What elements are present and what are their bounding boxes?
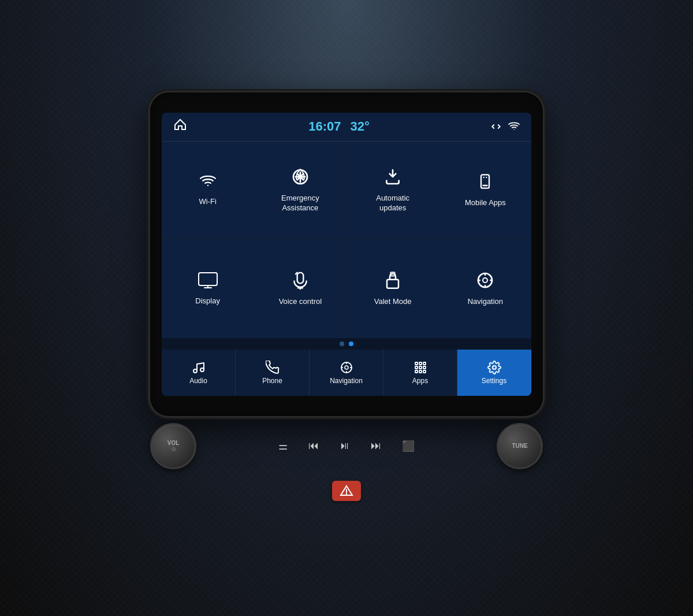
hazard-button[interactable] xyxy=(332,481,361,501)
screen: 16:07 32° xyxy=(162,113,531,396)
svg-rect-6 xyxy=(199,273,217,285)
settings-nav-label: Settings xyxy=(482,377,506,385)
automatic-updates-item[interactable]: Automaticupdates xyxy=(347,142,439,240)
prev-button[interactable]: ⏮ xyxy=(304,437,323,454)
valet-mode-item[interactable]: Valet Mode xyxy=(347,240,439,338)
audio-nav-icon xyxy=(192,361,206,374)
emergency-icon xyxy=(291,168,310,189)
audio-nav-label: Audio xyxy=(189,377,207,385)
main-settings-grid: Wi-Fi xyxy=(162,142,531,338)
page-indicator xyxy=(162,338,531,350)
phone-nav-icon xyxy=(266,361,280,374)
vol-knob[interactable]: VOL ⏻ xyxy=(150,423,196,469)
settings-nav-icon xyxy=(487,361,501,374)
svg-rect-22 xyxy=(419,370,422,373)
valet-mode-icon xyxy=(384,271,401,292)
clock-display: 16:07 xyxy=(308,119,341,134)
voice-control-label: Voice control xyxy=(279,297,322,307)
nav-apps[interactable]: Apps xyxy=(383,350,457,396)
nav-navigation[interactable]: Navigation xyxy=(310,350,383,396)
wifi-label: Wi-Fi xyxy=(199,197,216,207)
svg-rect-17 xyxy=(423,362,426,365)
navigation-nav-icon xyxy=(340,361,353,374)
signal-icon xyxy=(491,121,501,132)
hazard-area xyxy=(332,481,361,501)
screen-bezel: 16:07 32° xyxy=(150,92,543,416)
svg-point-10 xyxy=(483,278,487,283)
next-button[interactable]: ⏭ xyxy=(366,437,386,454)
nav-phone[interactable]: Phone xyxy=(236,350,310,396)
updates-icon xyxy=(383,168,402,189)
svg-rect-16 xyxy=(419,362,422,365)
mobile-apps-item[interactable]: Mobile Apps xyxy=(439,142,531,240)
display-item[interactable]: Display xyxy=(162,240,254,338)
controls-row: VOL ⏻ ⚌ ⏮ ⏯ ⏭ ⬛ TUNE xyxy=(150,423,543,469)
apps-nav-icon xyxy=(413,361,427,374)
voice-control-item[interactable]: Voice control xyxy=(254,240,346,338)
navigation-nav-label: Navigation xyxy=(330,377,363,385)
vol-label: VOL xyxy=(167,440,180,447)
tune-knob[interactable]: TUNE xyxy=(497,423,543,469)
hazard-icon xyxy=(340,485,353,496)
page-dot-2 xyxy=(349,342,353,346)
wifi-icon xyxy=(199,173,217,192)
valet-mode-label: Valet Mode xyxy=(374,297,412,307)
svg-rect-7 xyxy=(387,280,398,288)
apps-nav-label: Apps xyxy=(412,377,428,385)
display-label: Display xyxy=(195,296,220,306)
wifi-status-icon xyxy=(508,121,520,132)
mobile-apps-icon xyxy=(477,172,493,194)
temperature-display: 32° xyxy=(351,119,370,134)
svg-point-12 xyxy=(200,368,204,372)
svg-point-11 xyxy=(193,369,197,373)
svg-rect-15 xyxy=(415,362,418,365)
svg-point-14 xyxy=(345,366,348,369)
bottom-navigation: Audio Phone Navigation xyxy=(162,350,531,396)
media-controls: ⚌ ⏮ ⏯ ⏭ ⬛ xyxy=(196,423,497,469)
navigation-grid-icon xyxy=(476,271,494,292)
emergency-assistance-item[interactable]: EmergencyAssistance xyxy=(254,142,346,240)
svg-rect-19 xyxy=(419,366,422,369)
page-dot-1 xyxy=(340,342,344,346)
svg-rect-20 xyxy=(423,366,426,369)
svg-rect-23 xyxy=(423,370,426,373)
time-temp-display: 16:07 32° xyxy=(308,119,370,134)
navigation-grid-label: Navigation xyxy=(468,297,503,307)
screen-toggle-button[interactable]: ⬛ xyxy=(397,437,419,455)
nav-settings[interactable]: Settings xyxy=(457,350,531,396)
voice-control-icon xyxy=(291,271,310,292)
phone-nav-label: Phone xyxy=(262,377,282,385)
eq-button[interactable]: ⚌ xyxy=(274,437,292,455)
nav-audio[interactable]: Audio xyxy=(162,350,236,396)
emergency-label: EmergencyAssistance xyxy=(281,194,319,213)
navigation-item[interactable]: Navigation xyxy=(439,240,531,338)
display-icon xyxy=(198,272,218,292)
svg-rect-21 xyxy=(415,370,418,373)
status-icons xyxy=(491,121,520,132)
tune-label: TUNE xyxy=(512,443,527,450)
home-icon[interactable] xyxy=(173,118,187,135)
status-bar: 16:07 32° xyxy=(162,113,531,142)
play-pause-button[interactable]: ⏯ xyxy=(335,437,355,454)
svg-rect-18 xyxy=(415,366,418,369)
mobile-apps-label: Mobile Apps xyxy=(465,198,506,208)
wifi-item[interactable]: Wi-Fi xyxy=(162,142,254,240)
svg-point-24 xyxy=(493,366,496,369)
updates-label: Automaticupdates xyxy=(376,194,409,213)
